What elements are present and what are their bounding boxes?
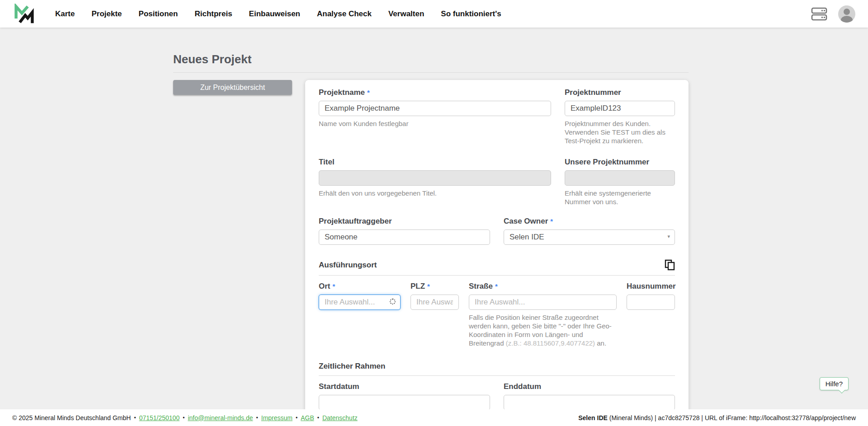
titel-helper: Erhält den von uns vorgegebenen Titel. xyxy=(319,189,551,197)
nav-item-positionen[interactable]: Positionen xyxy=(139,9,178,19)
footer-link-agb[interactable]: AGB xyxy=(301,414,314,421)
field-ort: Ort * xyxy=(319,282,401,347)
help-button[interactable]: Hilfe? xyxy=(820,377,849,390)
nav-item-karte[interactable]: Karte xyxy=(55,9,75,19)
hausnummer-input[interactable] xyxy=(627,295,675,310)
strasse-input[interactable] xyxy=(469,295,617,310)
startdatum-input[interactable] xyxy=(319,395,490,409)
field-case-owner: Case Owner * Selen IDE ▾ xyxy=(504,217,675,245)
strasse-helper: Falls die Position keiner Straße zugeord… xyxy=(469,313,617,347)
projektname-input[interactable] xyxy=(319,101,551,116)
footer-link-datenschutz[interactable]: Datenschutz xyxy=(322,414,358,421)
nav-item-analyse-check[interactable]: Analyse Check xyxy=(317,9,372,19)
footer-link-impressum[interactable]: Impressum xyxy=(261,414,292,421)
enddatum-label: Enddatum xyxy=(504,382,675,391)
ausfuehrungsort-heading: Ausführungsort xyxy=(319,261,377,270)
field-strasse: Straße * Falls die Position keiner Straß… xyxy=(469,282,617,347)
section-divider xyxy=(319,275,675,276)
main-area: Neues Projekt Zur Projektübersicht Proje… xyxy=(0,28,868,409)
startdatum-label: Startdatum xyxy=(319,382,490,391)
zeitlicher-rahmen-heading: Zeitlicher Rahmen xyxy=(319,362,385,371)
session-details: (Mineral Minds) | ac7dc8275728 | URL of … xyxy=(608,414,856,421)
copyright-text: © 2025 Mineral Minds Deutschland GmbH xyxy=(12,414,131,421)
field-enddatum: Enddatum xyxy=(504,382,675,409)
titel-label: Titel xyxy=(319,158,551,167)
ort-label: Ort * xyxy=(319,282,401,291)
plz-label: PLZ * xyxy=(410,282,459,291)
projektnummer-helper: Projektnummer des Kunden. Verwenden Sie … xyxy=(565,119,675,145)
nav-item-projekte[interactable]: Projekte xyxy=(91,9,122,19)
required-asterisk: * xyxy=(333,282,335,290)
nav-item-richtpreis[interactable]: Richtpreis xyxy=(194,9,232,19)
required-asterisk: * xyxy=(550,217,553,225)
strasse-label: Straße * xyxy=(469,282,617,291)
field-projektauftraggeber: Projektauftraggeber xyxy=(319,217,490,245)
new-project-form-card: Projektname * Name vom Kunden festlegbar… xyxy=(305,80,689,409)
footer-link-email[interactable]: info@mineral-minds.de xyxy=(188,414,253,421)
navbar-right-actions xyxy=(811,5,855,23)
field-plz: PLZ * xyxy=(410,282,459,347)
copy-icon[interactable] xyxy=(665,259,675,271)
nav-item-einbauweisen[interactable]: Einbauweisen xyxy=(249,9,300,19)
titel-input xyxy=(319,170,551,186)
avatar xyxy=(838,5,855,23)
enddatum-input[interactable] xyxy=(504,395,675,409)
footer-copyright-links: © 2025 Mineral Minds Deutschland GmbH • … xyxy=(12,414,358,421)
nav-item-so-funktionierts[interactable]: So funktioniert's xyxy=(441,9,501,19)
field-startdatum: Startdatum xyxy=(319,382,490,409)
unsere-projektnummer-input xyxy=(565,170,675,186)
case-owner-select[interactable]: Selen IDE xyxy=(504,229,675,245)
main-navigation: Karte Projekte Positionen Richtpreis Ein… xyxy=(55,9,518,19)
session-info: Selen IDE (Mineral Minds) | ac7dc8275728… xyxy=(578,414,856,421)
field-projektname: Projektname * Name vom Kunden festlegbar xyxy=(319,88,551,145)
ort-input[interactable] xyxy=(319,295,401,310)
session-user: Selen IDE xyxy=(578,414,608,421)
projektnummer-label: Projektnummer xyxy=(565,88,675,97)
unsere-projektnummer-label: Unsere Projektnummer xyxy=(565,158,675,167)
footer: © 2025 Mineral Minds Deutschland GmbH • … xyxy=(0,409,868,426)
title-divider xyxy=(173,72,689,73)
page-title: Neues Projekt xyxy=(173,52,689,66)
zur-projektuebersicht-button[interactable]: Zur Projektübersicht xyxy=(173,80,292,95)
hausnummer-label: Hausnummer xyxy=(627,282,675,291)
required-asterisk: * xyxy=(367,89,370,96)
help-label: Hilfe? xyxy=(826,380,843,388)
case-owner-label: Case Owner * xyxy=(504,217,675,226)
unsere-projektnummer-helper: Erhält eine systemgenerierte Nummer von … xyxy=(565,189,675,206)
user-avatar-icon[interactable] xyxy=(838,5,855,23)
projektnummer-input[interactable] xyxy=(565,101,675,116)
projektname-label: Projektname * xyxy=(319,88,551,97)
field-projektnummer: Projektnummer Projektnummer des Kunden. … xyxy=(565,88,675,145)
footer-link-phone[interactable]: 07151/250100 xyxy=(139,414,180,421)
help-bubble-tail xyxy=(839,387,845,393)
projektauftraggeber-label: Projektauftraggeber xyxy=(319,217,490,226)
projektname-helper: Name vom Kunden festlegbar xyxy=(319,119,551,128)
mineral-minds-logo-icon[interactable] xyxy=(14,4,34,24)
field-unsere-projektnummer: Unsere Projektnummer Erhält eine systemg… xyxy=(565,158,675,206)
field-hausnummer: Hausnummer xyxy=(627,282,675,347)
required-asterisk: * xyxy=(427,282,430,290)
projektauftraggeber-input[interactable] xyxy=(319,229,490,245)
nav-item-verwalten[interactable]: Verwalten xyxy=(388,9,424,19)
field-titel: Titel Erhält den von uns vorgegebenen Ti… xyxy=(319,158,551,206)
required-asterisk: * xyxy=(495,282,498,290)
section-divider xyxy=(319,375,675,376)
plz-input[interactable] xyxy=(410,295,459,310)
top-navbar: Karte Projekte Positionen Richtpreis Ein… xyxy=(0,0,868,28)
server-rack-icon[interactable] xyxy=(811,7,827,21)
